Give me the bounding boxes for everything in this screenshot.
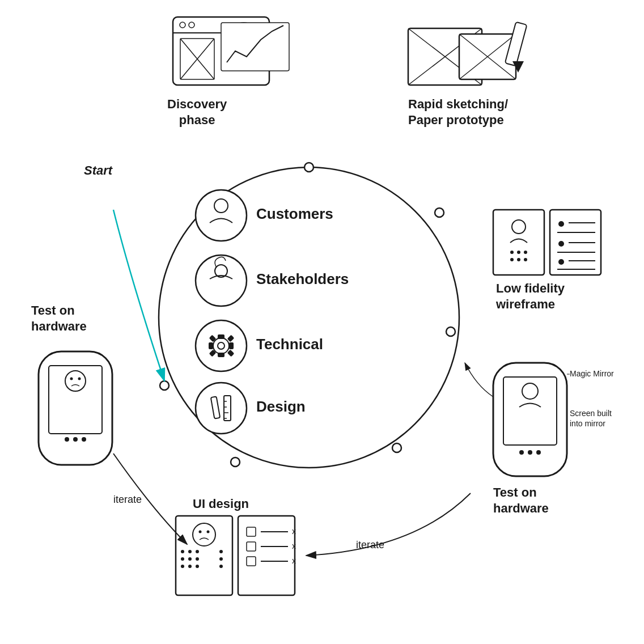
svg-point-61 (181, 550, 184, 553)
screen-built-label: Screen built into mirror (570, 408, 612, 429)
svg-point-106 (196, 383, 247, 434)
svg-rect-101 (229, 342, 234, 349)
svg-rect-83 (39, 351, 112, 465)
svg-point-89 (73, 437, 78, 442)
svg-text:x: x (292, 541, 296, 550)
svg-point-38 (517, 258, 520, 261)
customers-label: Customers (256, 205, 333, 223)
magic-mirror-label: Magic Mirror (570, 368, 614, 379)
iterate-right-label: iterate (356, 539, 384, 552)
svg-point-90 (82, 437, 86, 442)
svg-point-95 (196, 320, 247, 371)
svg-point-36 (524, 251, 527, 254)
svg-point-53 (519, 450, 524, 455)
svg-point-55 (536, 450, 541, 455)
svg-point-34 (510, 251, 514, 254)
svg-point-35 (517, 251, 520, 254)
svg-rect-98 (218, 334, 224, 339)
svg-rect-57 (176, 516, 232, 595)
discovery-phase-label: Discovery phase (167, 96, 227, 128)
svg-point-6 (160, 381, 169, 390)
svg-point-88 (65, 437, 69, 442)
test-hardware-right-label: Test on hardware (493, 485, 549, 516)
svg-text:x: x (292, 527, 296, 536)
svg-point-87 (78, 378, 81, 380)
iterate-left-label: iterate (113, 493, 142, 506)
svg-point-62 (188, 550, 192, 553)
ui-design-label: UI design (193, 496, 249, 512)
svg-point-64 (181, 557, 184, 561)
svg-point-60 (207, 531, 210, 533)
svg-point-67 (181, 565, 184, 568)
svg-point-41 (558, 221, 564, 227)
rapid-sketching-label: Rapid sketching/ Paper prototype (408, 96, 508, 128)
svg-point-44 (558, 241, 564, 247)
svg-point-65 (188, 557, 192, 561)
svg-point-2 (435, 208, 444, 217)
stakeholders-label: Stakeholders (256, 270, 349, 288)
svg-point-66 (196, 557, 199, 561)
svg-rect-99 (218, 353, 224, 357)
svg-point-37 (510, 258, 514, 261)
svg-point-70 (219, 550, 223, 553)
svg-point-69 (196, 565, 199, 568)
svg-point-71 (219, 557, 223, 561)
svg-point-5 (231, 457, 240, 467)
svg-point-68 (188, 565, 192, 568)
svg-rect-100 (209, 342, 213, 349)
svg-point-63 (196, 550, 199, 553)
svg-point-59 (199, 531, 202, 533)
svg-text:x: x (292, 556, 296, 565)
svg-rect-50 (493, 363, 567, 476)
svg-point-3 (446, 327, 455, 336)
svg-point-4 (392, 443, 401, 452)
svg-point-93 (196, 255, 247, 306)
technical-label: Technical (256, 336, 323, 353)
test-hardware-left-label: Test on hardware (31, 303, 87, 334)
svg-point-47 (558, 259, 564, 265)
start-label: Start (84, 163, 112, 178)
svg-point-54 (528, 450, 532, 455)
design-label: Design (256, 398, 306, 416)
svg-point-1 (304, 163, 313, 172)
svg-point-91 (196, 190, 247, 241)
svg-point-39 (524, 258, 527, 261)
svg-point-86 (70, 378, 73, 380)
diagram-canvas: x x x (0, 0, 644, 644)
low-fidelity-label: Low fidelity wireframe (496, 281, 565, 312)
svg-point-72 (219, 565, 223, 568)
